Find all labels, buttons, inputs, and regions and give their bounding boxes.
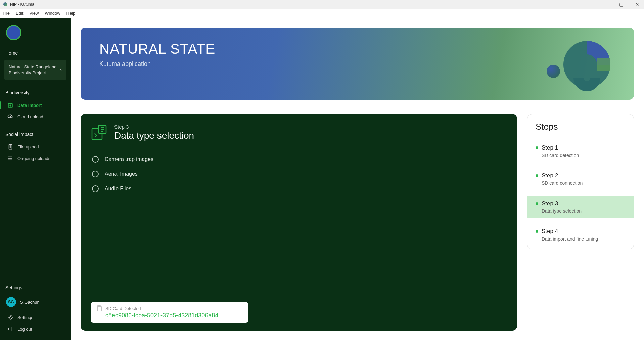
menu-help[interactable]: Help: [66, 11, 76, 16]
step-desc: Data type selection: [536, 208, 626, 214]
cloud-icon: [7, 114, 13, 120]
titlebar: NIP - Kutuma — ▢ ✕: [0, 0, 644, 9]
banner: NATURAL STATE Kutuma application: [81, 28, 634, 100]
sidebar-logo: [6, 25, 21, 40]
step-name: Step 1: [542, 144, 558, 151]
radio-label: Audio Files: [105, 186, 131, 192]
app-icon: [3, 2, 7, 6]
project-name: Natural State Rangeland Biodiversity Pro…: [9, 64, 60, 76]
menu-file[interactable]: File: [3, 11, 10, 16]
step-desc: SD card connection: [536, 180, 626, 186]
menu-view[interactable]: View: [29, 11, 39, 16]
sidebar: Home Natural State Rangeland Biodiversit…: [0, 18, 71, 340]
sd-card-icon: [97, 305, 102, 311]
step-desc: SD card detection: [536, 153, 626, 158]
sidebar-project-card[interactable]: Natural State Rangeland Biodiversity Pro…: [4, 60, 66, 80]
close-button[interactable]: ✕: [634, 2, 641, 7]
radio-audio-files[interactable]: Audio Files: [91, 181, 507, 196]
step-1[interactable]: Step 1 SD card detection: [527, 139, 634, 163]
logout-icon: [7, 326, 13, 332]
menu-window[interactable]: Window: [45, 11, 60, 16]
sidebar-item-settings[interactable]: Settings: [4, 312, 66, 323]
radio-icon: [92, 156, 99, 163]
radio-label: Aerial Images: [105, 171, 138, 177]
gear-icon: [7, 314, 13, 321]
content-area: NATURAL STATE Kutuma application: [71, 18, 644, 340]
sd-detected-label: SD Card Detected: [105, 306, 141, 311]
import-icon: [7, 102, 13, 108]
menu-edit[interactable]: Edit: [16, 11, 23, 16]
section-social-impact: Social impact: [4, 132, 66, 137]
sidebar-item-label: Settings: [17, 315, 33, 320]
sidebar-item-label: Data import: [17, 103, 42, 108]
banner-title: NATURAL STATE: [99, 41, 215, 57]
sidebar-item-ongoing-uploads[interactable]: Ongoing uploads: [4, 153, 66, 164]
svg-rect-4: [597, 58, 610, 71]
step-3[interactable]: Step 3 Data type selection: [527, 195, 634, 218]
banner-logo-icon: [553, 38, 620, 98]
file-icon: [7, 144, 13, 150]
sidebar-item-file-upload[interactable]: File upload: [4, 141, 66, 153]
step-name: Step 4: [542, 228, 558, 235]
step-dot-icon: [536, 230, 538, 233]
sd-uuid: c8ec9086-fcba-5021-37d5-43281d306a84: [97, 312, 242, 319]
steps-panel: Steps Step 1 SD card detection Step 2 SD…: [527, 114, 634, 249]
radio-icon: [92, 171, 99, 177]
minimize-button[interactable]: —: [602, 2, 608, 7]
sidebar-item-label: File upload: [17, 144, 39, 150]
sidebar-item-cloud-upload[interactable]: Cloud upload: [4, 111, 66, 122]
step-desc: Data import and fine tuning: [536, 236, 626, 242]
step-label: Step 3: [114, 124, 194, 130]
step-dot-icon: [536, 146, 538, 149]
maximize-button[interactable]: ▢: [618, 2, 625, 7]
sd-card-badge: SD Card Detected c8ec9086-fcba-5021-37d5…: [91, 302, 248, 323]
list-icon: [7, 155, 13, 161]
svg-point-2: [10, 317, 11, 318]
section-settings-label: Settings: [4, 285, 66, 290]
document-transfer-icon: [91, 124, 107, 141]
step-4[interactable]: Step 4 Data import and fine tuning: [527, 223, 634, 249]
steps-title: Steps: [527, 114, 634, 139]
chevron-right-icon: ›: [60, 67, 62, 73]
divider: [81, 294, 517, 294]
step-name: Step 2: [542, 172, 558, 179]
radio-camera-trap[interactable]: Camera trap images: [91, 152, 507, 167]
step-2[interactable]: Step 2 SD card connection: [527, 167, 634, 190]
radio-icon: [92, 185, 99, 192]
sidebar-item-label: Ongoing uploads: [17, 156, 50, 161]
radio-label: Camera trap images: [105, 156, 153, 162]
avatar: SG: [6, 297, 16, 307]
sidebar-user-row[interactable]: SG S.Gachuhi: [4, 294, 66, 310]
sidebar-item-label: Cloud upload: [17, 114, 43, 119]
step-name: Step 3: [542, 200, 558, 207]
radio-aerial-images[interactable]: Aerial Images: [91, 167, 507, 181]
sidebar-item-label: Log out: [17, 327, 32, 332]
menubar: File Edit View Window Help: [0, 9, 644, 18]
user-name: S.Gachuhi: [20, 300, 41, 305]
section-biodiversity: Biodiversity: [4, 90, 66, 95]
step-dot-icon: [536, 174, 538, 177]
step-dot-icon: [536, 202, 538, 205]
main-card: Step 3 Data type selection Camera trap i…: [81, 114, 517, 331]
sidebar-item-data-import[interactable]: Data import: [4, 99, 66, 111]
banner-subtitle: Kutuma application: [99, 60, 215, 68]
step-title: Data type selection: [114, 130, 194, 141]
window-title: NIP - Kutuma: [10, 2, 34, 7]
sidebar-home-label: Home: [4, 50, 66, 56]
sidebar-item-logout[interactable]: Log out: [4, 323, 66, 335]
